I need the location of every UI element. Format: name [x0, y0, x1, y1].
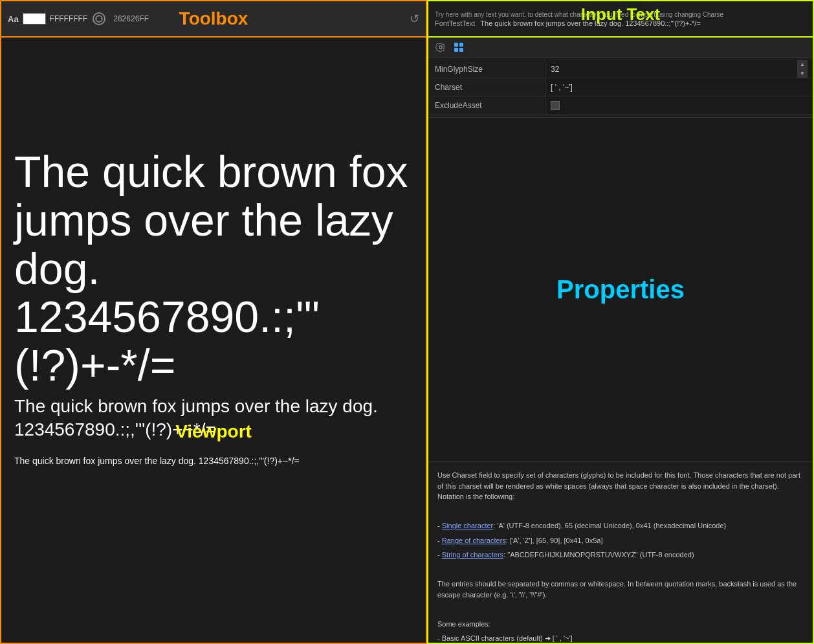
help-single-char: - Single character: 'A' (UTF-8 encoded),… — [437, 520, 804, 531]
help-examples-empty — [437, 604, 804, 615]
font-test-label: FontTestText — [435, 19, 475, 27]
single-char-desc: : 'A' (UTF-8 encoded), 65 (decimal Unico… — [493, 522, 726, 529]
tab-windows-icon[interactable] — [452, 40, 466, 54]
help-intro: Use Charset field to specify set of char… — [437, 470, 804, 502]
range-desc: : ['A', 'Z'], [65, 90], [0x41, 0x5a] — [506, 537, 603, 544]
color-hex-value: FFFFFFFF — [50, 14, 88, 23]
single-char-link[interactable]: Single character — [442, 522, 494, 529]
help-example1: - Basic ASCII characters (default) ➜ [ '… — [437, 633, 804, 643]
charset-value[interactable]: [ ' , '~'] — [545, 78, 813, 96]
help-range: - Range of characters: ['A', 'Z'], [65, … — [437, 535, 804, 546]
help-separator-note: The entries should be separated by comma… — [437, 579, 804, 600]
svg-rect-7 — [454, 48, 458, 52]
toolbox-bar: Aa FFFFFFFF 262626FF Toolbox ↺ — [0, 0, 427, 38]
font-label: Aa — [8, 14, 19, 24]
tab-gear-icon[interactable] — [434, 40, 448, 54]
string-link[interactable]: String of characters — [442, 551, 503, 559]
preview-text-large: The quick brown foxjumps over the lazy d… — [14, 148, 413, 390]
min-glyph-size-row: MinGlyphSize 32 ▲ ▼ — [428, 60, 813, 78]
svg-rect-5 — [454, 43, 458, 47]
string-desc: : "ABCDEFGHIJKLMNOPQRSTUVWXYZ" (UTF-8 en… — [503, 551, 694, 559]
preview-text-medium: The quick brown fox jumps over the lazy … — [14, 395, 413, 442]
min-glyph-stepper[interactable]: ▲ ▼ — [797, 60, 808, 78]
charset-row: Charset [ ' , '~'] — [428, 78, 813, 96]
stepper-down[interactable]: ▼ — [797, 69, 808, 78]
properties-title: Properties — [556, 275, 685, 304]
stepper-up[interactable]: ▲ — [797, 60, 808, 69]
help-separator — [437, 564, 804, 575]
help-panel: Use Charset field to specify set of char… — [428, 461, 813, 643]
min-glyph-size-label: MinGlyphSize — [428, 65, 545, 74]
hex-display-value: 262626FF — [113, 14, 149, 23]
svg-rect-8 — [459, 48, 463, 52]
exclude-asset-checkbox[interactable] — [551, 101, 560, 110]
exclude-asset-row: ExcludeAsset — [428, 96, 813, 115]
properties-tabs — [428, 38, 813, 58]
input-text-bar: Input Text Try here with any text you wa… — [427, 0, 814, 38]
help-string: - String of characters: "ABCDEFGHIJKLMNO… — [437, 550, 804, 561]
refresh-icon[interactable]: ↺ — [410, 12, 419, 26]
color-swatch[interactable] — [23, 13, 46, 25]
right-panel: MinGlyphSize 32 ▲ ▼ Charset — [427, 38, 814, 644]
preview-text-small: The quick brown fox jumps over the lazy … — [14, 455, 413, 467]
help-examples-label: Some examples: — [437, 619, 804, 630]
exclude-asset-label: ExcludeAsset — [428, 101, 545, 110]
toolbox-title: Toolbox — [179, 8, 248, 29]
range-link[interactable]: Range of characters — [442, 537, 506, 544]
exclude-asset-value[interactable] — [545, 96, 813, 114]
charset-label: Charset — [428, 83, 545, 92]
properties-top: MinGlyphSize 32 ▲ ▼ Charset — [428, 38, 813, 118]
font-test-input[interactable] — [480, 19, 806, 27]
min-glyph-size-value[interactable]: 32 ▲ ▼ — [545, 60, 813, 78]
properties-rows: MinGlyphSize 32 ▲ ▼ Charset — [428, 58, 813, 117]
properties-center: Properties — [428, 118, 813, 461]
svg-rect-6 — [459, 43, 463, 47]
viewport-panel: Viewport The quick brown foxjumps over t… — [0, 38, 427, 644]
input-text-hint: Try here with any text you want, to dete… — [435, 11, 806, 18]
help-empty — [437, 506, 804, 517]
color-picker-icon[interactable] — [93, 12, 105, 25]
